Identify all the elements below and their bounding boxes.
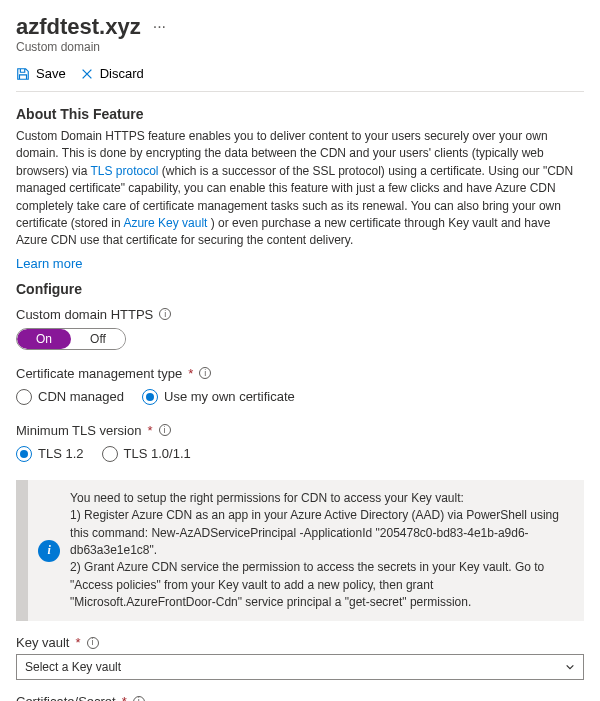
toggle-on[interactable]: On — [17, 329, 71, 349]
callout-stripe — [16, 480, 28, 622]
about-body: Custom Domain HTTPS feature enables you … — [16, 128, 584, 250]
radio-circle-icon — [142, 389, 158, 405]
key-vault-select-placeholder: Select a Key vault — [25, 660, 121, 674]
callout-icon-col: i — [28, 480, 70, 622]
info-icon[interactable]: i — [159, 424, 171, 436]
radio-circle-icon — [16, 389, 32, 405]
radio-cdn-managed[interactable]: CDN managed — [16, 389, 124, 405]
learn-more-link[interactable]: Learn more — [16, 256, 82, 271]
required-marker: * — [122, 694, 127, 701]
callout-line-2: 2) Grant Azure CDN service the permissio… — [70, 559, 572, 611]
key-vault-select[interactable]: Select a Key vault — [16, 654, 584, 680]
custom-domain-https-label: Custom domain HTTPS — [16, 307, 153, 322]
cert-management-type-group: CDN managed Use my own certificate — [16, 389, 584, 405]
callout-message: You need to setup the right permissions … — [70, 480, 584, 622]
more-options-button[interactable]: ··· — [149, 19, 170, 35]
radio-tls-12[interactable]: TLS 1.2 — [16, 446, 84, 462]
required-marker: * — [147, 423, 152, 438]
radio-tls-10-11[interactable]: TLS 1.0/1.1 — [102, 446, 191, 462]
radio-circle-icon — [102, 446, 118, 462]
min-tls-version-label: Minimum TLS version — [16, 423, 141, 438]
custom-domain-https-label-row: Custom domain HTTPS i — [16, 307, 584, 322]
radio-tls-10-11-label: TLS 1.0/1.1 — [124, 446, 191, 461]
configure-heading: Configure — [16, 281, 584, 297]
info-badge-icon: i — [38, 540, 60, 562]
key-vault-label: Key vault — [16, 635, 69, 650]
callout-line-1: 1) Register Azure CDN as an app in your … — [70, 507, 572, 559]
key-vault-permissions-callout: i You need to setup the right permission… — [16, 480, 584, 622]
radio-use-own-certificate[interactable]: Use my own certificate — [142, 389, 295, 405]
custom-domain-https-toggle[interactable]: On Off — [16, 328, 126, 350]
save-icon — [16, 67, 30, 81]
required-marker: * — [75, 635, 80, 650]
discard-icon — [80, 67, 94, 81]
info-icon[interactable]: i — [199, 367, 211, 379]
discard-button[interactable]: Discard — [80, 66, 144, 81]
key-vault-label-row: Key vault * i — [16, 635, 584, 650]
discard-label: Discard — [100, 66, 144, 81]
radio-use-own-certificate-label: Use my own certificate — [164, 389, 295, 404]
separator — [16, 91, 584, 92]
info-icon[interactable]: i — [87, 637, 99, 649]
cert-management-type-label: Certificate management type — [16, 366, 182, 381]
cert-management-type-label-row: Certificate management type * i — [16, 366, 584, 381]
page-title: azfdtest.xyz — [16, 14, 141, 40]
cert-secret-label-row: Certificate/Secret * i — [16, 694, 584, 701]
save-button[interactable]: Save — [16, 66, 66, 81]
radio-cdn-managed-label: CDN managed — [38, 389, 124, 404]
min-tls-version-group: TLS 1.2 TLS 1.0/1.1 — [16, 446, 584, 462]
save-label: Save — [36, 66, 66, 81]
radio-circle-icon — [16, 446, 32, 462]
cert-secret-label: Certificate/Secret — [16, 694, 116, 701]
tls-protocol-link[interactable]: TLS protocol — [90, 164, 158, 178]
chevron-down-icon — [565, 662, 575, 672]
toggle-off[interactable]: Off — [71, 329, 125, 349]
azure-key-vault-link[interactable]: Azure Key vault — [123, 216, 207, 230]
radio-tls-12-label: TLS 1.2 — [38, 446, 84, 461]
min-tls-version-label-row: Minimum TLS version * i — [16, 423, 584, 438]
command-bar: Save Discard — [16, 66, 584, 81]
required-marker: * — [188, 366, 193, 381]
page-subtitle: Custom domain — [16, 40, 584, 54]
callout-line-0: You need to setup the right permissions … — [70, 490, 572, 507]
about-heading: About This Feature — [16, 106, 584, 122]
info-icon[interactable]: i — [133, 696, 145, 701]
info-icon[interactable]: i — [159, 308, 171, 320]
